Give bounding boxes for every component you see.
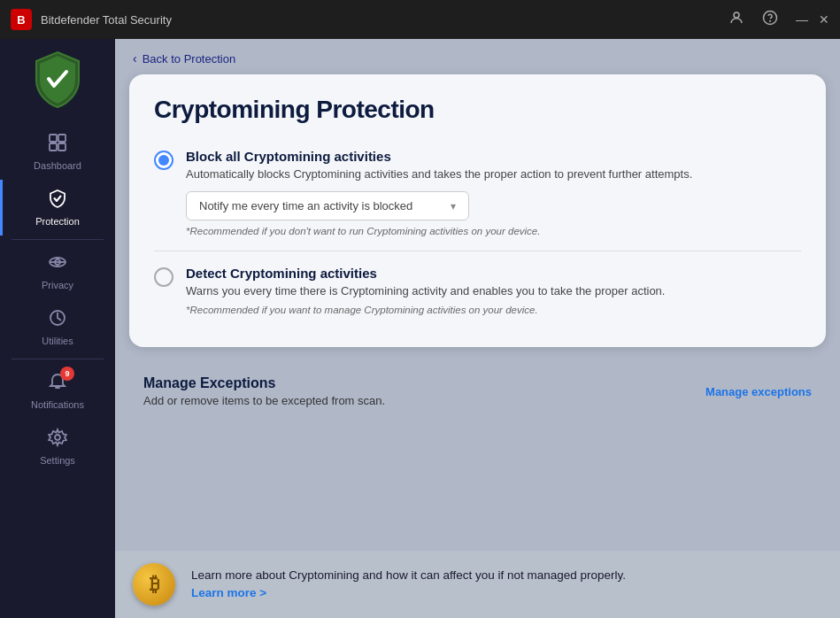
block-label: Block all Cryptomining activities (186, 149, 801, 164)
sidebar-item-utilities[interactable]: Utilities (0, 299, 115, 355)
utilities-icon (48, 308, 67, 332)
minimize-button[interactable]: — (796, 12, 808, 27)
svg-rect-6 (58, 143, 66, 151)
sidebar: Dashboard Protection Privacy (0, 39, 115, 618)
notify-dropdown-text: Notify me every time an activity is bloc… (199, 199, 412, 212)
sidebar-divider-2 (12, 359, 104, 359)
protection-icon (48, 189, 67, 212)
bitcoin-coin-icon: ₿ (133, 563, 175, 606)
detect-content: Detect Cryptomining activities Warns you… (186, 266, 801, 315)
learn-more-link[interactable]: Learn more > (191, 586, 266, 599)
notify-dropdown[interactable]: Notify me every time an activity is bloc… (186, 191, 469, 220)
radio-block[interactable] (154, 151, 173, 170)
sidebar-item-settings[interactable]: Settings (0, 419, 115, 475)
detect-desc: Warns you every time there is Cryptomini… (186, 283, 801, 299)
svg-point-0 (734, 12, 739, 18)
info-text: Learn more about Cryptomining and how it… (191, 567, 626, 603)
svg-rect-5 (50, 143, 57, 151)
privacy-label: Privacy (42, 280, 73, 290)
close-button[interactable]: ✕ (819, 12, 829, 27)
info-main-text: Learn more about Cryptomining and how it… (191, 568, 626, 582)
block-content: Block all Cryptomining activities Automa… (186, 149, 801, 236)
content-area: ‹ Back to Protection Cryptomining Protec… (115, 39, 840, 618)
detect-label: Detect Cryptomining activities (186, 266, 801, 281)
main-card: Cryptomining Protection Block all Crypto… (129, 74, 826, 347)
svg-point-2 (770, 20, 771, 21)
notifications-label: Notifications (31, 399, 84, 410)
manage-exceptions-section: Manage Exceptions Add or remove items to… (115, 361, 840, 421)
sidebar-item-notifications[interactable]: 9 Notifications (0, 363, 115, 419)
option-block[interactable]: Block all Cryptomining activities Automa… (154, 142, 801, 243)
dashboard-icon (48, 133, 67, 157)
svg-point-12 (55, 435, 60, 440)
block-note: *Recommended if you don't want to run Cr… (186, 226, 801, 236)
block-desc: Automatically blocks Cryptomining activi… (186, 166, 801, 182)
sidebar-item-dashboard[interactable]: Dashboard (0, 124, 115, 180)
back-arrow-icon: ‹ (133, 51, 137, 66)
sidebar-divider-1 (12, 239, 104, 240)
dashboard-label: Dashboard (34, 160, 81, 171)
title-bar: B Bitdefender Total Security — ✕ (0, 0, 840, 39)
detect-note: *Recommended if you want to manage Crypt… (186, 305, 801, 315)
help-icon[interactable] (762, 10, 778, 29)
back-link[interactable]: ‹ Back to Protection (115, 39, 840, 74)
notification-count: 9 (60, 367, 74, 381)
app-title: Bitdefender Total Security (41, 13, 172, 27)
sidebar-item-privacy[interactable]: Privacy (0, 243, 115, 299)
back-link-text: Back to Protection (143, 52, 236, 66)
settings-icon (48, 428, 67, 452)
shield-logo (27, 48, 89, 110)
manage-desc: Add or remove items to be excepted from … (143, 394, 385, 407)
sidebar-item-protection[interactable]: Protection (0, 180, 115, 236)
manage-text: Manage Exceptions Add or remove items to… (143, 375, 385, 407)
svg-rect-4 (58, 135, 66, 142)
privacy-icon (48, 252, 67, 276)
manage-title: Manage Exceptions (143, 375, 385, 391)
info-bar: ₿ Learn more about Cryptomining and how … (115, 551, 840, 618)
user-icon[interactable] (728, 10, 744, 29)
card-title: Cryptomining Protection (154, 96, 801, 124)
svg-rect-3 (50, 135, 57, 142)
app-logo: B (11, 9, 32, 30)
radio-detect[interactable] (154, 267, 173, 287)
settings-label: Settings (40, 455, 75, 466)
manage-exceptions-link[interactable]: Manage exceptions (705, 385, 812, 398)
protection-label: Protection (35, 216, 80, 227)
utilities-label: Utilities (42, 336, 73, 346)
notification-badge-container: 9 (48, 372, 67, 396)
option-detect[interactable]: Detect Cryptomining activities Warns you… (154, 259, 801, 322)
card-divider (154, 251, 801, 251)
radio-block-inner (158, 155, 169, 166)
dropdown-arrow-icon: ▾ (451, 200, 456, 212)
